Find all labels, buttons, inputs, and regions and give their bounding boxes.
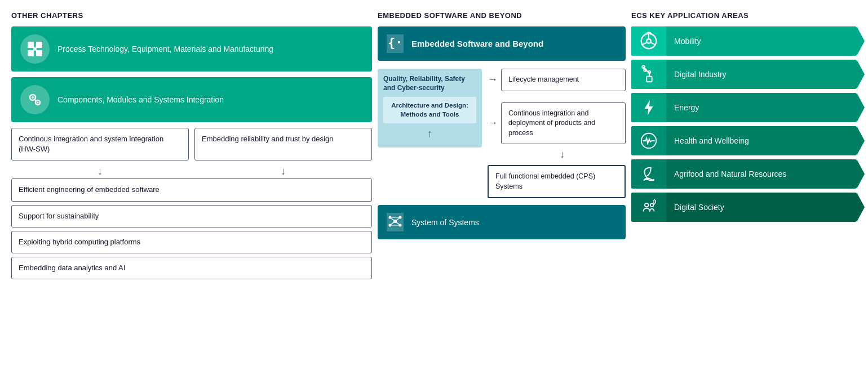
code-brackets-icon: {·} bbox=[387, 34, 404, 51]
inner-nested-box: Architecture and Design: Methods and Too… bbox=[383, 97, 476, 123]
people-wifi-icon bbox=[639, 198, 658, 217]
outer-nested-label: Quality, Reliability, Safety and Cyber-s… bbox=[383, 74, 476, 92]
digital-industry-item-wrap: Digital Industry bbox=[631, 60, 857, 89]
deploy-row: → Continous integration and deployment o… bbox=[488, 102, 626, 145]
components-label: Components, Modules and Systems Integrat… bbox=[57, 95, 224, 104]
arrow-down-to-full: ↓ bbox=[499, 149, 626, 160]
svg-text:{·}: {·} bbox=[388, 35, 404, 50]
arrow-up-nested: ↑ bbox=[383, 128, 476, 140]
svg-point-4 bbox=[33, 47, 37, 51]
mobility-icon-box bbox=[631, 26, 666, 56]
health-item: Health and Wellbeing bbox=[631, 126, 857, 155]
svg-rect-3 bbox=[36, 50, 42, 56]
system-of-systems-label: System of Systems bbox=[411, 218, 479, 227]
svg-line-26 bbox=[650, 42, 656, 44]
inner-nested-label: Architecture and Design: Methods and Too… bbox=[389, 101, 471, 119]
svg-point-6 bbox=[32, 96, 34, 99]
heart-pulse-icon bbox=[639, 131, 658, 150]
lightning-icon bbox=[639, 98, 658, 117]
left-header: OTHER CHAPTERS bbox=[11, 11, 372, 20]
efficient-engineering-box: Efficient engineering of embedded softwa… bbox=[11, 178, 372, 201]
svg-line-18 bbox=[390, 221, 395, 225]
middle-column: EMBEDDED SOFTWARE AND BEYOND {·} Embedde… bbox=[378, 11, 626, 279]
svg-rect-0 bbox=[28, 42, 34, 48]
continuous-integration-box: Continous integration and system integra… bbox=[11, 128, 189, 160]
health-icon-box bbox=[631, 126, 666, 155]
agrifood-item: Agrifood and Natural Resources bbox=[631, 159, 857, 189]
svg-rect-2 bbox=[28, 50, 34, 56]
energy-item-wrap: Energy bbox=[631, 93, 857, 122]
svg-rect-1 bbox=[36, 42, 42, 48]
network-icon-circle bbox=[387, 213, 404, 231]
outer-nested-box: Quality, Reliability, Safety and Cyber-s… bbox=[378, 69, 482, 148]
right-column: ECS KEY APPLICATION AREAS Mobi bbox=[631, 11, 857, 279]
lifecycle-row: → Lifecycle management bbox=[488, 69, 626, 91]
main-container: OTHER CHAPTERS Process Technology, Equip… bbox=[11, 11, 857, 279]
agrifood-item-wrap: Agrifood and Natural Resources bbox=[631, 159, 857, 189]
arrow-right-deploy: → bbox=[488, 117, 498, 129]
embedded-software-label: Embedded Software and Beyond bbox=[411, 39, 543, 48]
arrow-down-left: ↓ bbox=[11, 166, 189, 176]
right-flow-boxes: → Lifecycle management → Continous integ… bbox=[488, 69, 626, 198]
svg-marker-34 bbox=[644, 100, 653, 115]
svg-line-9 bbox=[35, 100, 36, 101]
health-label: Health and Wellbeing bbox=[666, 130, 857, 152]
deploy-box: Continous integration and deployment of … bbox=[501, 102, 626, 145]
system-of-systems-card: System of Systems bbox=[378, 205, 626, 239]
energy-item: Energy bbox=[631, 93, 857, 122]
svg-point-33 bbox=[642, 65, 645, 68]
nested-boxes-area: Quality, Reliability, Safety and Cyber-s… bbox=[378, 69, 482, 148]
svg-point-36 bbox=[645, 203, 649, 207]
leaf-hand-icon bbox=[639, 164, 658, 184]
digital-society-item: Digital Society bbox=[631, 193, 857, 222]
mobility-item-wrap: Mobility bbox=[631, 26, 857, 56]
steering-wheel-icon bbox=[639, 32, 658, 51]
digital-society-label: Digital Society bbox=[666, 196, 857, 218]
process-tech-card: Process Technology, Equipment, Materials… bbox=[11, 26, 372, 72]
full-functional-box: Full functional embedded (CPS) Systems bbox=[488, 165, 626, 198]
right-header: ECS KEY APPLICATION AREAS bbox=[631, 11, 857, 20]
svg-line-19 bbox=[395, 221, 400, 225]
arrows-down-row: ↓ ↓ bbox=[11, 166, 372, 176]
agrifood-label: Agrifood and Natural Resources bbox=[666, 163, 857, 185]
arrow-right-lifecycle: → bbox=[488, 74, 498, 86]
svg-line-17 bbox=[395, 217, 400, 221]
process-tech-icon bbox=[20, 34, 50, 64]
components-card: Components, Modules and Systems Integrat… bbox=[11, 77, 372, 122]
svg-rect-27 bbox=[646, 77, 652, 82]
arrow-down-right: ↓ bbox=[194, 166, 372, 176]
svg-line-25 bbox=[642, 42, 647, 44]
energy-label: Energy bbox=[666, 96, 857, 119]
spacer1 bbox=[488, 96, 626, 98]
grid-icon bbox=[26, 41, 43, 57]
robot-arm-icon bbox=[639, 65, 658, 84]
digital-industry-label: Digital Industry bbox=[666, 63, 857, 86]
mobility-label: Mobility bbox=[666, 30, 857, 52]
svg-point-8 bbox=[37, 102, 39, 104]
digital-industry-icon-box bbox=[631, 60, 666, 89]
embedded-software-card: {·} Embedded Software and Beyond bbox=[378, 26, 626, 61]
gear-icon bbox=[26, 91, 43, 108]
components-icon bbox=[20, 85, 50, 114]
process-tech-label: Process Technology, Equipment, Materials… bbox=[57, 44, 273, 53]
mobility-item: Mobility bbox=[631, 26, 857, 56]
code-brackets-icon-circle: {·} bbox=[387, 34, 404, 53]
middle-header: EMBEDDED SOFTWARE AND BEYOND bbox=[378, 11, 626, 20]
health-item-wrap: Health and Wellbeing bbox=[631, 126, 857, 155]
embedding-data-box: Embedding data analytics and AI bbox=[11, 257, 372, 279]
left-column: OTHER CHAPTERS Process Technology, Equip… bbox=[11, 11, 372, 279]
bottom-boxes: Efficient engineering of embedded softwa… bbox=[11, 178, 372, 279]
network-icon bbox=[387, 213, 404, 230]
middle-inner-area: Quality, Reliability, Safety and Cyber-s… bbox=[378, 69, 626, 198]
svg-point-37 bbox=[650, 203, 654, 207]
svg-point-23 bbox=[646, 39, 651, 43]
embedding-reliability-box: Embedding reliability and trust by desig… bbox=[194, 128, 372, 160]
digital-society-icon-box bbox=[631, 193, 666, 222]
energy-icon-box bbox=[631, 93, 666, 122]
support-sustainability-box: Support for sustainability bbox=[11, 205, 372, 227]
digital-industry-item: Digital Industry bbox=[631, 60, 857, 89]
agrifood-icon-box bbox=[631, 159, 666, 189]
exploiting-hybrid-box: Exploiting hybrid computing platforms bbox=[11, 231, 372, 253]
digital-society-item-wrap: Digital Society bbox=[631, 193, 857, 222]
top-two-boxes-row: Continous integration and system integra… bbox=[11, 128, 372, 160]
